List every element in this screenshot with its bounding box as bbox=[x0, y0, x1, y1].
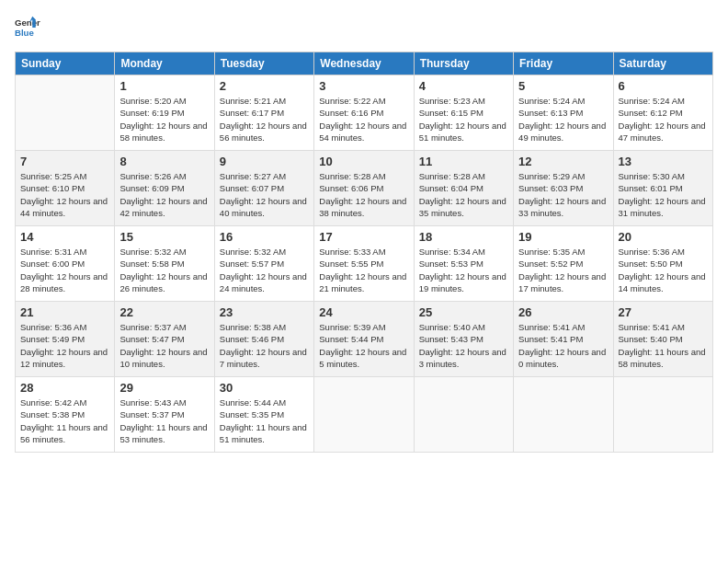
day-info: Sunrise: 5:21 AMSunset: 6:17 PMDaylight:… bbox=[220, 95, 309, 144]
day-info: Sunrise: 5:23 AMSunset: 6:15 PMDaylight:… bbox=[419, 95, 508, 144]
calendar-cell: 5Sunrise: 5:24 AMSunset: 6:13 PMDaylight… bbox=[514, 75, 613, 151]
day-info: Sunrise: 5:36 AMSunset: 5:49 PMDaylight:… bbox=[20, 321, 109, 370]
day-info: Sunrise: 5:25 AMSunset: 6:10 PMDaylight:… bbox=[20, 170, 109, 219]
day-number: 5 bbox=[518, 79, 608, 93]
day-number: 2 bbox=[220, 79, 309, 93]
day-info: Sunrise: 5:35 AMSunset: 5:52 PMDaylight:… bbox=[518, 246, 608, 294]
day-number: 19 bbox=[518, 230, 608, 244]
day-number: 7 bbox=[20, 155, 109, 168]
day-info: Sunrise: 5:33 AMSunset: 5:55 PMDaylight:… bbox=[319, 246, 408, 294]
calendar-cell: 10Sunrise: 5:28 AMSunset: 6:06 PMDayligh… bbox=[314, 151, 414, 226]
calendar-cell: 18Sunrise: 5:34 AMSunset: 5:53 PMDayligh… bbox=[414, 226, 513, 302]
day-info: Sunrise: 5:32 AMSunset: 5:58 PMDaylight:… bbox=[119, 246, 209, 294]
day-info: Sunrise: 5:20 AMSunset: 6:19 PMDaylight:… bbox=[119, 95, 209, 144]
day-info: Sunrise: 5:42 AMSunset: 5:38 PMDaylight:… bbox=[20, 396, 109, 445]
day-info: Sunrise: 5:24 AMSunset: 6:13 PMDaylight:… bbox=[518, 95, 608, 144]
day-info: Sunrise: 5:39 AMSunset: 5:44 PMDaylight:… bbox=[319, 321, 408, 370]
calendar-cell: 12Sunrise: 5:29 AMSunset: 6:03 PMDayligh… bbox=[514, 151, 613, 226]
day-info: Sunrise: 5:32 AMSunset: 5:57 PMDaylight:… bbox=[220, 246, 309, 294]
calendar-cell: 19Sunrise: 5:35 AMSunset: 5:52 PMDayligh… bbox=[514, 226, 613, 302]
day-number: 9 bbox=[220, 155, 309, 168]
calendar-cell: 7Sunrise: 5:25 AMSunset: 6:10 PMDaylight… bbox=[16, 151, 115, 226]
day-number: 18 bbox=[419, 230, 508, 244]
day-number: 10 bbox=[319, 155, 408, 168]
logo: General Blue bbox=[15, 15, 44, 40]
day-info: Sunrise: 5:44 AMSunset: 5:35 PMDaylight:… bbox=[220, 396, 309, 445]
calendar-cell bbox=[314, 377, 414, 453]
weekday-sunday: Sunday bbox=[16, 52, 115, 75]
calendar-cell bbox=[514, 377, 613, 453]
day-info: Sunrise: 5:28 AMSunset: 6:06 PMDaylight:… bbox=[319, 170, 408, 219]
day-number: 3 bbox=[319, 79, 408, 93]
day-info: Sunrise: 5:36 AMSunset: 5:50 PMDaylight:… bbox=[619, 246, 708, 294]
day-number: 4 bbox=[419, 79, 508, 93]
day-number: 25 bbox=[419, 305, 508, 319]
calendar-cell: 13Sunrise: 5:30 AMSunset: 6:01 PMDayligh… bbox=[613, 151, 712, 226]
calendar-week-row: 21Sunrise: 5:36 AMSunset: 5:49 PMDayligh… bbox=[16, 302, 713, 377]
day-number: 30 bbox=[220, 381, 309, 395]
svg-text:Blue: Blue bbox=[15, 28, 34, 38]
day-number: 23 bbox=[220, 305, 309, 319]
day-info: Sunrise: 5:28 AMSunset: 6:04 PMDaylight:… bbox=[419, 170, 508, 219]
day-number: 1 bbox=[119, 79, 209, 93]
day-info: Sunrise: 5:31 AMSunset: 6:00 PMDaylight:… bbox=[20, 246, 109, 294]
weekday-wednesday: Wednesday bbox=[314, 52, 414, 75]
day-number: 17 bbox=[319, 230, 408, 244]
weekday-friday: Friday bbox=[514, 52, 613, 75]
day-number: 14 bbox=[20, 230, 109, 244]
calendar-cell: 3Sunrise: 5:22 AMSunset: 6:16 PMDaylight… bbox=[314, 75, 414, 151]
day-number: 6 bbox=[619, 79, 708, 93]
calendar-week-row: 28Sunrise: 5:42 AMSunset: 5:38 PMDayligh… bbox=[16, 377, 713, 453]
day-number: 28 bbox=[20, 381, 109, 395]
logo-icon: General Blue bbox=[15, 15, 40, 40]
calendar-cell bbox=[414, 377, 513, 453]
calendar-cell: 24Sunrise: 5:39 AMSunset: 5:44 PMDayligh… bbox=[314, 302, 414, 377]
day-number: 21 bbox=[20, 305, 109, 319]
calendar-cell: 11Sunrise: 5:28 AMSunset: 6:04 PMDayligh… bbox=[414, 151, 513, 226]
day-number: 11 bbox=[419, 155, 508, 168]
day-info: Sunrise: 5:37 AMSunset: 5:47 PMDaylight:… bbox=[119, 321, 209, 370]
day-info: Sunrise: 5:41 AMSunset: 5:40 PMDaylight:… bbox=[619, 321, 708, 370]
svg-text:General: General bbox=[15, 17, 40, 28]
calendar-cell: 15Sunrise: 5:32 AMSunset: 5:58 PMDayligh… bbox=[115, 226, 214, 302]
calendar-cell bbox=[613, 377, 712, 453]
day-number: 22 bbox=[119, 305, 209, 319]
day-info: Sunrise: 5:38 AMSunset: 5:46 PMDaylight:… bbox=[220, 321, 309, 370]
page: General Blue SundayMondayTuesdayWednesda… bbox=[0, 0, 728, 563]
day-info: Sunrise: 5:29 AMSunset: 6:03 PMDaylight:… bbox=[518, 170, 608, 219]
day-info: Sunrise: 5:27 AMSunset: 6:07 PMDaylight:… bbox=[220, 170, 309, 219]
day-info: Sunrise: 5:30 AMSunset: 6:01 PMDaylight:… bbox=[619, 170, 708, 219]
day-info: Sunrise: 5:41 AMSunset: 5:41 PMDaylight:… bbox=[518, 321, 608, 370]
weekday-saturday: Saturday bbox=[613, 52, 712, 75]
day-number: 27 bbox=[619, 305, 708, 319]
calendar-cell: 6Sunrise: 5:24 AMSunset: 6:12 PMDaylight… bbox=[613, 75, 712, 151]
calendar-cell: 16Sunrise: 5:32 AMSunset: 5:57 PMDayligh… bbox=[214, 226, 313, 302]
weekday-tuesday: Tuesday bbox=[214, 52, 313, 75]
calendar-cell: 22Sunrise: 5:37 AMSunset: 5:47 PMDayligh… bbox=[115, 302, 214, 377]
day-number: 12 bbox=[518, 155, 608, 168]
weekday-header-row: SundayMondayTuesdayWednesdayThursdayFrid… bbox=[16, 52, 713, 75]
calendar-cell: 8Sunrise: 5:26 AMSunset: 6:09 PMDaylight… bbox=[115, 151, 214, 226]
calendar-cell: 29Sunrise: 5:43 AMSunset: 5:37 PMDayligh… bbox=[115, 377, 214, 453]
calendar-cell: 30Sunrise: 5:44 AMSunset: 5:35 PMDayligh… bbox=[214, 377, 313, 453]
day-number: 15 bbox=[119, 230, 209, 244]
day-info: Sunrise: 5:43 AMSunset: 5:37 PMDaylight:… bbox=[119, 396, 209, 445]
calendar-cell: 14Sunrise: 5:31 AMSunset: 6:00 PMDayligh… bbox=[16, 226, 115, 302]
calendar-cell: 28Sunrise: 5:42 AMSunset: 5:38 PMDayligh… bbox=[16, 377, 115, 453]
weekday-monday: Monday bbox=[115, 52, 214, 75]
calendar-cell: 4Sunrise: 5:23 AMSunset: 6:15 PMDaylight… bbox=[414, 75, 513, 151]
calendar-cell: 25Sunrise: 5:40 AMSunset: 5:43 PMDayligh… bbox=[414, 302, 513, 377]
day-info: Sunrise: 5:40 AMSunset: 5:43 PMDaylight:… bbox=[419, 321, 508, 370]
calendar: SundayMondayTuesdayWednesdayThursdayFrid… bbox=[15, 52, 713, 453]
calendar-cell: 23Sunrise: 5:38 AMSunset: 5:46 PMDayligh… bbox=[214, 302, 313, 377]
calendar-cell: 21Sunrise: 5:36 AMSunset: 5:49 PMDayligh… bbox=[16, 302, 115, 377]
calendar-week-row: 7Sunrise: 5:25 AMSunset: 6:10 PMDaylight… bbox=[16, 151, 713, 226]
calendar-week-row: 1Sunrise: 5:20 AMSunset: 6:19 PMDaylight… bbox=[16, 75, 713, 151]
calendar-cell: 26Sunrise: 5:41 AMSunset: 5:41 PMDayligh… bbox=[514, 302, 613, 377]
calendar-week-row: 14Sunrise: 5:31 AMSunset: 6:00 PMDayligh… bbox=[16, 226, 713, 302]
day-info: Sunrise: 5:24 AMSunset: 6:12 PMDaylight:… bbox=[619, 95, 708, 144]
day-number: 29 bbox=[119, 381, 209, 395]
calendar-cell: 20Sunrise: 5:36 AMSunset: 5:50 PMDayligh… bbox=[613, 226, 712, 302]
header: General Blue bbox=[15, 15, 713, 40]
day-number: 16 bbox=[220, 230, 309, 244]
